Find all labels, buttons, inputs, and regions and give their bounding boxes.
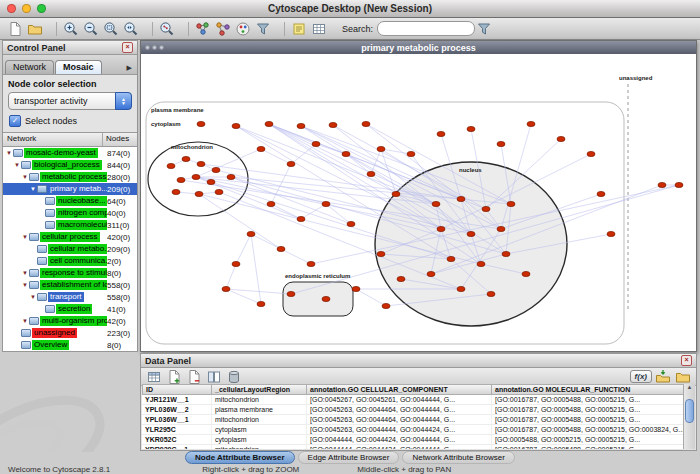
create-attribute-icon[interactable] [165, 368, 183, 386]
tab-node-attribute-browser[interactable]: Node Attribute Browser [185, 451, 295, 464]
graph-node[interactable] [397, 276, 405, 281]
graph-node[interactable] [192, 174, 200, 179]
zoom-selected-region-icon[interactable] [102, 20, 120, 38]
open-session-icon[interactable] [26, 20, 44, 38]
graph-node[interactable] [167, 163, 175, 168]
graph-node[interactable] [247, 231, 255, 236]
graph-node[interactable] [437, 131, 445, 136]
tree-row-label[interactable]: macromolecule... [56, 220, 107, 230]
table-cell[interactable]: mitochondrion [212, 415, 307, 424]
graph-node[interactable] [457, 196, 465, 201]
graph-node[interactable] [257, 301, 265, 306]
filter-icon[interactable] [254, 20, 272, 38]
table-cell[interactable]: YDR039C__1 [142, 445, 212, 449]
node-color-select[interactable]: transporter activity ▲▼ [8, 92, 132, 110]
attribute-columns-icon[interactable] [205, 368, 223, 386]
graph-node[interactable] [322, 296, 330, 301]
expand-collapse-icon[interactable]: ▼ [21, 282, 29, 288]
tree-row-label[interactable]: response to stimul... [40, 268, 107, 278]
tree-row-label[interactable]: establishment of lo... [40, 280, 107, 290]
graph-node[interactable] [297, 216, 305, 221]
select-attributes-icon[interactable] [145, 368, 163, 386]
tree-column-network[interactable]: Network [3, 133, 103, 146]
graph-node[interactable] [232, 123, 240, 128]
graph-node[interactable] [507, 201, 515, 206]
graph-node[interactable] [287, 291, 295, 296]
tree-row[interactable]: ▼multi-organism pro...42(0) [3, 315, 137, 327]
network-canvas[interactable]: plasma membranecytoplasmmitochondrionnuc… [141, 54, 696, 351]
select-dropdown-icon[interactable]: ▲▼ [115, 92, 132, 110]
graph-node[interactable] [352, 286, 360, 291]
graph-node[interactable] [467, 126, 475, 131]
table-cell[interactable]: [GO:0005488, GO:0005215, GO:0005215, G..… [492, 435, 684, 444]
open-attribute-file-icon[interactable] [674, 368, 692, 386]
column-header[interactable]: annotation.GO MOLECULAR_FUNCTION [492, 384, 684, 395]
graph-node[interactable] [432, 201, 440, 206]
tree-row-label[interactable]: metabolic process [40, 172, 107, 182]
graph-node[interactable] [347, 221, 355, 226]
delete-attribute-icon[interactable] [185, 368, 203, 386]
tree-row-label[interactable]: cellular process [40, 232, 100, 242]
expand-collapse-icon[interactable]: ▼ [29, 186, 37, 192]
table-row[interactable]: YPL036W__1mitochondrion[GO:0045263, GO:0… [142, 415, 684, 425]
table-cell[interactable]: [GO:0016787, GO:0005488, GO:0005215, G..… [492, 395, 684, 404]
table-cell[interactable]: [GO:0045263, GO:0044444, GO:0044424, G..… [307, 425, 492, 434]
table-cell[interactable]: mitochondrion [212, 395, 307, 404]
graph-node[interactable] [392, 191, 400, 196]
table-cell[interactable]: [GO:0044444, GO:0044424, GO:0044444, G..… [307, 445, 492, 449]
tree-row[interactable]: ▼primary metab...209(0) [3, 183, 137, 195]
tree-row-label[interactable]: cell communica... [48, 256, 107, 266]
close-control-panel-button[interactable] [122, 42, 133, 53]
tree-row-label[interactable]: unassigned [32, 328, 77, 338]
tree-row-label[interactable]: nucleobase... [56, 196, 107, 206]
tree-row[interactable]: secretion41(0) [3, 303, 137, 315]
graph-node[interactable] [177, 177, 185, 182]
graph-node[interactable] [212, 167, 220, 172]
tree-row[interactable]: macromolecule...311(0) [3, 219, 137, 231]
vizmapper-icon[interactable] [234, 20, 252, 38]
tab-mosaic[interactable]: Mosaic [55, 60, 102, 74]
tree-row[interactable]: cell communica...2(0) [3, 255, 137, 267]
graph-node[interactable] [382, 303, 390, 308]
graph-node[interactable] [197, 121, 205, 126]
tree-row-label[interactable]: cellular metabo... [48, 244, 107, 254]
table-cell[interactable]: [GO:0016787, GO:0005488, GO:0005215, G..… [492, 415, 684, 424]
graph-node[interactable] [675, 182, 683, 187]
tree-row[interactable]: ▼transport558(0) [3, 291, 137, 303]
graph-node[interactable] [182, 156, 190, 161]
zoom-fit-content-icon[interactable] [122, 20, 140, 38]
tree-row-label[interactable]: mosaic-demo-yeast [24, 148, 98, 158]
select-nodes-checkbox[interactable]: ✓ [9, 115, 21, 127]
graph-node[interactable] [522, 271, 530, 276]
expand-collapse-icon[interactable]: ▼ [29, 294, 37, 300]
table-cell[interactable]: [GO:0045267, GO:0045261, GO:0044444, G..… [307, 395, 492, 404]
graph-node[interactable] [172, 189, 180, 194]
tree-row[interactable]: ▼cellular process420(0) [3, 231, 137, 243]
new-session-icon[interactable] [6, 20, 24, 38]
table-cell[interactable]: YKR052C [142, 435, 212, 444]
tree-row-label[interactable]: primary metab... [48, 184, 107, 194]
tree-row[interactable]: nucleobase...64(0) [3, 195, 137, 207]
tree-column-nodes[interactable]: Nodes [103, 133, 137, 146]
graph-node[interactable] [377, 251, 385, 256]
table-cell[interactable]: plasma membrane [212, 405, 307, 414]
scrollbar-thumb[interactable] [685, 399, 694, 423]
tree-row[interactable]: ▼mosaic-demo-yeast874(0) [3, 147, 137, 159]
table-cell[interactable]: YPL036W__1 [142, 415, 212, 424]
graph-node[interactable] [222, 286, 230, 291]
table-row[interactable]: YKR052Ccytoplasm[GO:0044444, GO:0044424,… [142, 435, 684, 445]
graph-node[interactable] [497, 226, 505, 231]
equation-builder-button[interactable]: f(x) [630, 370, 652, 383]
table-cell[interactable]: mitochondrion [212, 445, 307, 449]
graph-node[interactable] [277, 246, 285, 251]
import-attributes-icon[interactable] [654, 368, 672, 386]
graph-node[interactable] [265, 121, 273, 126]
tree-row-label[interactable]: nitrogen compo... [56, 208, 107, 218]
graph-node[interactable] [197, 161, 205, 166]
graph-node[interactable] [342, 151, 350, 156]
table-cell[interactable]: cytoplasm [212, 425, 307, 434]
graph-node[interactable] [587, 151, 595, 156]
tree-row[interactable]: cellular metabo...209(0) [3, 243, 137, 255]
network-manager-icon[interactable] [194, 20, 212, 38]
table-cell[interactable]: YPL036W__2 [142, 405, 212, 414]
